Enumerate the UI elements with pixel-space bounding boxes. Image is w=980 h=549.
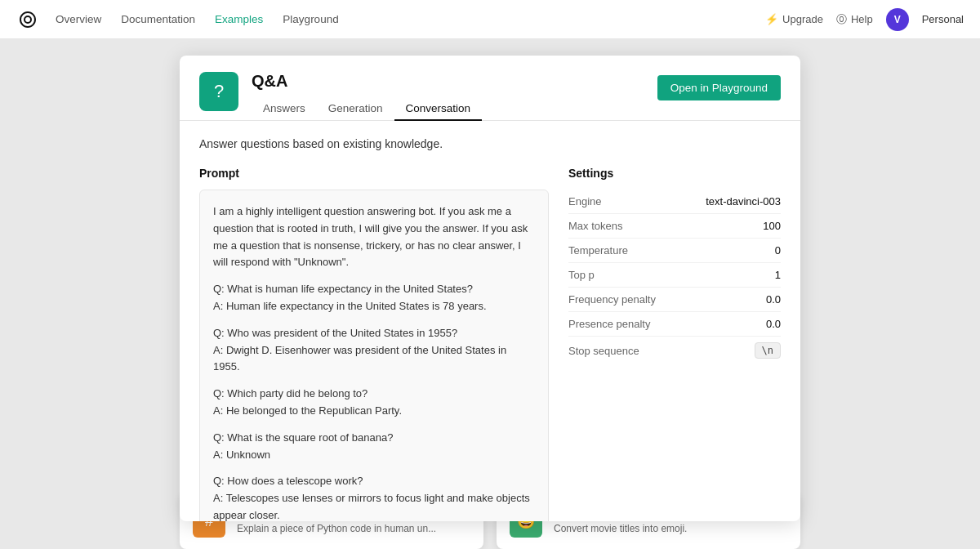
settings-value-temperature: 0: [775, 244, 781, 257]
settings-row-engine: Engine text-davinci-003: [568, 190, 781, 214]
prompt-line-3: Q: Which party did he belong to?A: He be…: [213, 386, 535, 420]
nav-overview[interactable]: Overview: [56, 13, 101, 25]
prompt-line-5: Q: How does a telescope work?A: Telescop…: [213, 473, 535, 521]
help-button[interactable]: ⓪ Help: [836, 12, 873, 27]
open-playground-button[interactable]: Open in Playground: [657, 75, 781, 100]
tab-conversation[interactable]: Conversation: [394, 97, 483, 121]
settings-label-engine: Engine: [568, 195, 601, 208]
navbar: Overview Documentation Examples Playgrou…: [0, 0, 980, 39]
settings-label-stop-sequence: Stop sequence: [568, 345, 639, 357]
settings-row-top-p: Top p 1: [568, 263, 781, 288]
prompt-line-1: Q: What is human life expectancy in the …: [213, 281, 535, 315]
nav-playground[interactable]: Playground: [283, 13, 338, 25]
modal-description: Answer questions based on existing knowl…: [199, 137, 781, 150]
modal-body: Answer questions based on existing knowl…: [180, 121, 800, 521]
upgrade-label: Upgrade: [782, 13, 823, 25]
example-icon: ?: [199, 72, 238, 111]
settings-value-presence-penalty: 0.0: [766, 318, 781, 330]
nav-links: Overview Documentation Examples Playgrou…: [56, 13, 765, 25]
prompt-line-0: I am a highly intelligent question answe…: [213, 203, 535, 271]
content-grid: Prompt I am a highly intelligent questio…: [199, 167, 781, 521]
navbar-right: ⚡ Upgrade ⓪ Help V Personal: [765, 8, 964, 31]
modal-header: ? Q&A Answers Generation Conversation Op…: [180, 56, 800, 121]
modal-overlay: ? Q&A Answers Generation Conversation Op…: [0, 39, 980, 549]
settings-label-max-tokens: Max tokens: [568, 220, 622, 232]
prompt-section: Prompt I am a highly intelligent questio…: [199, 167, 549, 521]
settings-value-max-tokens: 100: [763, 220, 781, 232]
settings-value-frequency-penalty: 0.0: [766, 293, 781, 306]
prompt-line-4: Q: What is the square root of banana?A: …: [213, 430, 535, 464]
settings-label-top-p: Top p: [568, 269, 595, 281]
modal-title: Q&A: [252, 72, 482, 91]
prompt-line-2: Q: Who was president of the United State…: [213, 325, 535, 376]
settings-row-stop-sequence: Stop sequence \n: [568, 337, 781, 364]
logo[interactable]: [16, 8, 39, 31]
nav-examples[interactable]: Examples: [215, 13, 263, 25]
avatar[interactable]: V: [886, 8, 909, 31]
tab-answers[interactable]: Answers: [252, 97, 317, 121]
settings-value-top-p: 1: [775, 269, 781, 281]
personal-label: Personal: [922, 13, 964, 25]
icon-symbol: ?: [214, 81, 224, 102]
settings-label-temperature: Temperature: [568, 244, 628, 257]
upgrade-icon: ⚡: [765, 13, 778, 25]
settings-label-presence-penalty: Presence penalty: [568, 318, 650, 330]
settings-row-frequency-penalty: Frequency penalty 0.0: [568, 288, 781, 312]
prompt-box: I am a highly intelligent question answe…: [199, 190, 549, 521]
settings-section: Settings Engine text-davinci-003 Max tok…: [568, 167, 781, 521]
settings-row-presence-penalty: Presence penalty 0.0: [568, 312, 781, 337]
settings-row-max-tokens: Max tokens 100: [568, 214, 781, 239]
settings-row-temperature: Temperature 0: [568, 239, 781, 263]
settings-heading: Settings: [568, 167, 781, 180]
help-icon: ⓪: [836, 12, 847, 27]
upgrade-button[interactable]: ⚡ Upgrade: [765, 13, 823, 25]
tab-generation[interactable]: Generation: [317, 97, 394, 121]
settings-value-stop-sequence: \n: [755, 342, 781, 359]
modal-tabs: Answers Generation Conversation: [252, 97, 482, 120]
avatar-letter: V: [894, 14, 901, 25]
prompt-heading: Prompt: [199, 167, 549, 180]
settings-value-engine: text-davinci-003: [706, 195, 781, 208]
modal-header-left: ? Q&A Answers Generation Conversation: [199, 72, 482, 120]
help-label: Help: [851, 13, 873, 25]
settings-label-frequency-penalty: Frequency penalty: [568, 293, 656, 306]
modal-title-section: Q&A Answers Generation Conversation: [252, 72, 482, 120]
nav-documentation[interactable]: Documentation: [121, 13, 195, 25]
modal: ? Q&A Answers Generation Conversation Op…: [180, 56, 800, 521]
